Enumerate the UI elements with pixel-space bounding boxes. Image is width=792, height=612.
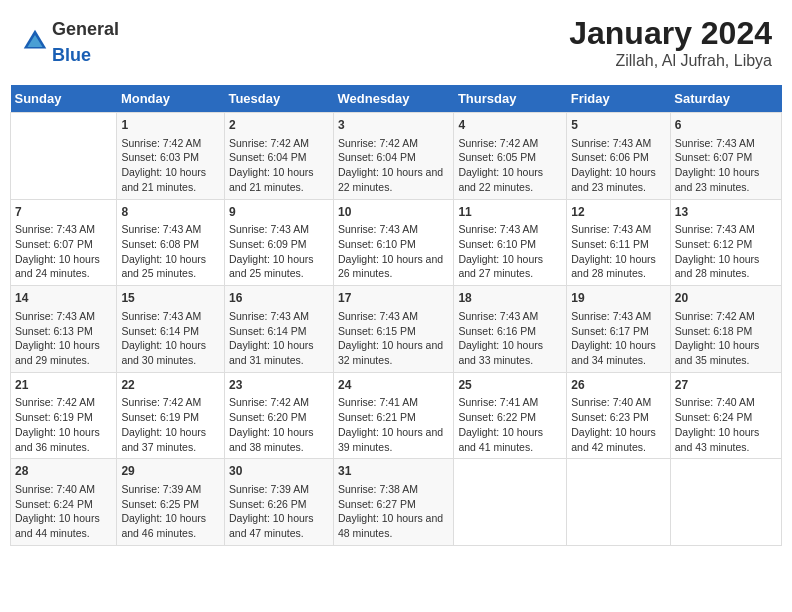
calendar-table: SundayMondayTuesdayWednesdayThursdayFrid… (10, 85, 782, 546)
calendar-cell: 1Sunrise: 7:42 AMSunset: 6:03 PMDaylight… (117, 113, 225, 200)
day-info: Sunset: 6:10 PM (458, 237, 562, 252)
week-row-2: 7Sunrise: 7:43 AMSunset: 6:07 PMDaylight… (11, 199, 782, 286)
calendar-cell: 22Sunrise: 7:42 AMSunset: 6:19 PMDayligh… (117, 372, 225, 459)
day-info: Sunset: 6:19 PM (15, 410, 112, 425)
calendar-header: SundayMondayTuesdayWednesdayThursdayFrid… (11, 85, 782, 113)
header-sunday: Sunday (11, 85, 117, 113)
calendar-cell: 26Sunrise: 7:40 AMSunset: 6:23 PMDayligh… (567, 372, 671, 459)
day-info: Sunrise: 7:40 AM (15, 482, 112, 497)
day-info: Daylight: 10 hours and 23 minutes. (571, 165, 666, 194)
day-info: Sunrise: 7:43 AM (338, 309, 449, 324)
calendar-cell: 2Sunrise: 7:42 AMSunset: 6:04 PMDaylight… (224, 113, 333, 200)
day-info: Daylight: 10 hours and 33 minutes. (458, 338, 562, 367)
calendar-cell: 19Sunrise: 7:43 AMSunset: 6:17 PMDayligh… (567, 286, 671, 373)
day-info: Sunrise: 7:42 AM (121, 395, 220, 410)
day-number: 1 (121, 117, 220, 134)
calendar-cell: 6Sunrise: 7:43 AMSunset: 6:07 PMDaylight… (670, 113, 781, 200)
calendar-cell: 31Sunrise: 7:38 AMSunset: 6:27 PMDayligh… (334, 459, 454, 546)
calendar-cell (567, 459, 671, 546)
day-info: Sunset: 6:14 PM (121, 324, 220, 339)
day-info: Sunset: 6:06 PM (571, 150, 666, 165)
calendar-cell: 3Sunrise: 7:42 AMSunset: 6:04 PMDaylight… (334, 113, 454, 200)
day-info: Sunrise: 7:43 AM (675, 222, 777, 237)
header-saturday: Saturday (670, 85, 781, 113)
calendar-cell: 18Sunrise: 7:43 AMSunset: 6:16 PMDayligh… (454, 286, 567, 373)
day-info: Daylight: 10 hours and 26 minutes. (338, 252, 449, 281)
day-info: Daylight: 10 hours and 44 minutes. (15, 511, 112, 540)
calendar-cell: 29Sunrise: 7:39 AMSunset: 6:25 PMDayligh… (117, 459, 225, 546)
calendar-cell: 25Sunrise: 7:41 AMSunset: 6:22 PMDayligh… (454, 372, 567, 459)
day-info: Sunset: 6:04 PM (338, 150, 449, 165)
header-friday: Friday (567, 85, 671, 113)
day-info: Daylight: 10 hours and 25 minutes. (121, 252, 220, 281)
logo-icon (20, 26, 50, 56)
calendar-cell: 10Sunrise: 7:43 AMSunset: 6:10 PMDayligh… (334, 199, 454, 286)
day-number: 5 (571, 117, 666, 134)
day-info: Sunrise: 7:42 AM (458, 136, 562, 151)
day-info: Sunset: 6:11 PM (571, 237, 666, 252)
day-number: 19 (571, 290, 666, 307)
day-info: Sunset: 6:09 PM (229, 237, 329, 252)
calendar-cell: 23Sunrise: 7:42 AMSunset: 6:20 PMDayligh… (224, 372, 333, 459)
day-number: 9 (229, 204, 329, 221)
day-info: Daylight: 10 hours and 22 minutes. (458, 165, 562, 194)
day-info: Sunrise: 7:43 AM (458, 309, 562, 324)
calendar-body: 1Sunrise: 7:42 AMSunset: 6:03 PMDaylight… (11, 113, 782, 546)
title-block: January 2024 Zillah, Al Jufrah, Libya (569, 15, 772, 70)
day-info: Sunset: 6:05 PM (458, 150, 562, 165)
day-info: Sunset: 6:20 PM (229, 410, 329, 425)
calendar-cell: 20Sunrise: 7:42 AMSunset: 6:18 PMDayligh… (670, 286, 781, 373)
day-info: Sunrise: 7:43 AM (571, 222, 666, 237)
day-info: Daylight: 10 hours and 39 minutes. (338, 425, 449, 454)
day-info: Sunrise: 7:42 AM (121, 136, 220, 151)
calendar-cell: 12Sunrise: 7:43 AMSunset: 6:11 PMDayligh… (567, 199, 671, 286)
calendar-cell (670, 459, 781, 546)
day-info: Sunset: 6:18 PM (675, 324, 777, 339)
day-number: 27 (675, 377, 777, 394)
day-info: Sunset: 6:13 PM (15, 324, 112, 339)
day-info: Daylight: 10 hours and 31 minutes. (229, 338, 329, 367)
day-number: 31 (338, 463, 449, 480)
calendar-cell: 17Sunrise: 7:43 AMSunset: 6:15 PMDayligh… (334, 286, 454, 373)
day-number: 28 (15, 463, 112, 480)
calendar-cell: 4Sunrise: 7:42 AMSunset: 6:05 PMDaylight… (454, 113, 567, 200)
calendar-cell: 5Sunrise: 7:43 AMSunset: 6:06 PMDaylight… (567, 113, 671, 200)
day-info: Daylight: 10 hours and 43 minutes. (675, 425, 777, 454)
day-info: Daylight: 10 hours and 38 minutes. (229, 425, 329, 454)
day-number: 20 (675, 290, 777, 307)
day-number: 24 (338, 377, 449, 394)
calendar-cell: 16Sunrise: 7:43 AMSunset: 6:14 PMDayligh… (224, 286, 333, 373)
day-number: 12 (571, 204, 666, 221)
day-info: Daylight: 10 hours and 30 minutes. (121, 338, 220, 367)
page-header: General Blue January 2024 Zillah, Al Juf… (10, 10, 782, 75)
day-info: Sunrise: 7:40 AM (571, 395, 666, 410)
day-number: 29 (121, 463, 220, 480)
day-info: Daylight: 10 hours and 23 minutes. (675, 165, 777, 194)
day-info: Daylight: 10 hours and 48 minutes. (338, 511, 449, 540)
day-number: 17 (338, 290, 449, 307)
day-number: 8 (121, 204, 220, 221)
day-info: Sunrise: 7:41 AM (338, 395, 449, 410)
day-info: Daylight: 10 hours and 29 minutes. (15, 338, 112, 367)
day-info: Sunset: 6:04 PM (229, 150, 329, 165)
day-info: Daylight: 10 hours and 28 minutes. (571, 252, 666, 281)
header-wednesday: Wednesday (334, 85, 454, 113)
day-info: Sunrise: 7:39 AM (229, 482, 329, 497)
day-info: Sunset: 6:27 PM (338, 497, 449, 512)
day-number: 16 (229, 290, 329, 307)
calendar-cell: 8Sunrise: 7:43 AMSunset: 6:08 PMDaylight… (117, 199, 225, 286)
day-info: Sunrise: 7:43 AM (229, 222, 329, 237)
day-info: Sunset: 6:08 PM (121, 237, 220, 252)
day-number: 14 (15, 290, 112, 307)
day-number: 11 (458, 204, 562, 221)
day-info: Sunrise: 7:43 AM (571, 136, 666, 151)
calendar-cell: 9Sunrise: 7:43 AMSunset: 6:09 PMDaylight… (224, 199, 333, 286)
day-info: Sunset: 6:16 PM (458, 324, 562, 339)
day-info: Sunset: 6:17 PM (571, 324, 666, 339)
day-info: Daylight: 10 hours and 46 minutes. (121, 511, 220, 540)
calendar-title: January 2024 (569, 15, 772, 52)
day-info: Sunrise: 7:42 AM (229, 395, 329, 410)
calendar-cell: 15Sunrise: 7:43 AMSunset: 6:14 PMDayligh… (117, 286, 225, 373)
day-info: Daylight: 10 hours and 32 minutes. (338, 338, 449, 367)
calendar-cell (11, 113, 117, 200)
